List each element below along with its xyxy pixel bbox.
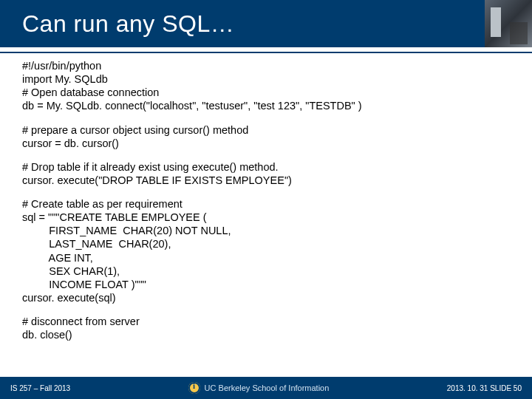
footer-left: IS 257 – Fall 2013: [10, 384, 70, 392]
code-line: cursor = db. cursor(): [22, 137, 510, 150]
title-band: Can run any SQL…: [0, 0, 532, 47]
footer-center: UC Berkeley School of Information: [188, 382, 330, 394]
code-line: cursor. execute("DROP TABLE IF EXISTS EM…: [22, 174, 510, 187]
code-line: INCOME FLOAT )""": [22, 278, 510, 291]
code-block-1: #!/usr/bin/python import My. SQLdb # Ope…: [22, 59, 510, 113]
code-line: LAST_NAME CHAR(20),: [22, 237, 510, 250]
code-block-4: # Create table as per requirement sql = …: [22, 197, 510, 304]
code-line: # Drop table if it already exist using e…: [22, 160, 510, 174]
code-line: # Create table as per requirement: [22, 197, 510, 211]
code-line: # Open database connection: [22, 86, 510, 99]
title-decorative-photo: [485, 0, 532, 47]
code-line: # disconnect from server: [22, 315, 510, 328]
code-line: db = My. SQLdb. connect("localhost", "te…: [22, 99, 510, 112]
slide-body: #!/usr/bin/python import My. SQLdb # Ope…: [0, 53, 532, 377]
code-line: AGE INT,: [22, 251, 510, 265]
berkeley-logo-icon: [188, 382, 200, 394]
code-line: cursor. execute(sql): [22, 291, 510, 304]
code-line: # prepare a cursor object using cursor()…: [22, 123, 510, 137]
code-line: db. close(): [22, 328, 510, 341]
code-block-2: # prepare a cursor object using cursor()…: [22, 123, 510, 150]
code-block-5: # disconnect from server db. close(): [22, 315, 510, 341]
footer-right: 2013. 10. 31 SLIDE 50: [447, 384, 522, 392]
code-line: #!/usr/bin/python: [22, 59, 510, 72]
code-line: SEX CHAR(1),: [22, 265, 510, 278]
code-line: sql = """CREATE TABLE EMPLOYEE (: [22, 211, 510, 224]
code-line: import My. SQLdb: [22, 72, 510, 86]
code-line: FIRST_NAME CHAR(20) NOT NULL,: [22, 224, 510, 237]
slide: Can run any SQL… #!/usr/bin/python impor…: [0, 0, 532, 399]
slide-footer: IS 257 – Fall 2013 UC Berkeley School of…: [0, 377, 532, 399]
slide-title: Can run any SQL…: [22, 10, 234, 38]
footer-center-text: UC Berkeley School of Information: [205, 383, 330, 392]
code-block-3: # Drop table if it already exist using e…: [22, 160, 510, 187]
